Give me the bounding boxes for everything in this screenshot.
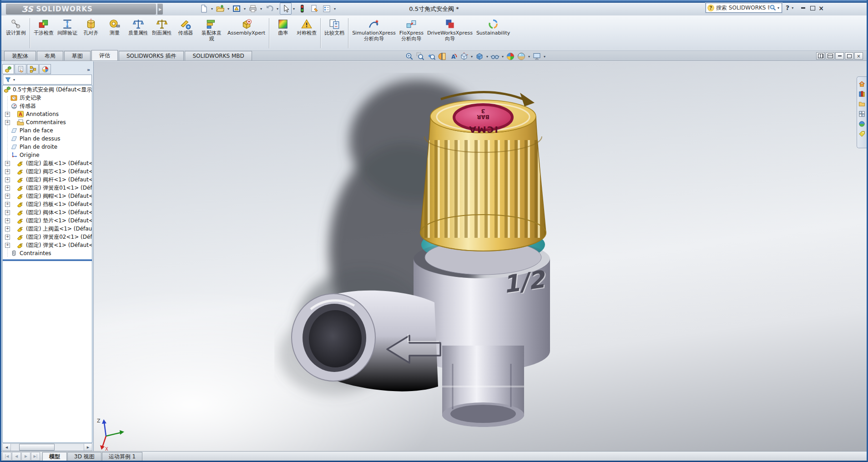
expand-toggle[interactable]: +	[5, 186, 10, 191]
mass-properties-button[interactable]: 质量属性	[126, 17, 150, 50]
view-palette-tab[interactable]	[858, 110, 865, 117]
tab-sketch[interactable]: 草图	[64, 51, 91, 60]
previous-tab-button[interactable]: ◀	[12, 452, 21, 461]
design-study-button[interactable]: 设计算例	[4, 17, 28, 50]
tree-item-part-springseat02[interactable]: + (固定) 弹簧座02<1> (Défa	[3, 233, 92, 241]
tab-solidworks-mbd[interactable]: SOLIDWORKS MBD	[185, 51, 252, 60]
tree-item-plane-right[interactable]: Plan de droite	[3, 143, 92, 151]
previous-view-button[interactable]	[426, 52, 436, 61]
save-dropdown[interactable]: ▾	[244, 7, 246, 11]
tree-item-part-springseat01[interactable]: + (固定) 弹簧座01<1> (Défa	[3, 184, 92, 192]
minimize-button[interactable]	[798, 5, 807, 11]
panel-overflow-button[interactable]: »	[87, 67, 92, 74]
interference-check-button[interactable]: 干涉检查	[32, 17, 56, 50]
help-search-box[interactable]: ? 搜索 SOLIDWORKS 帮助 ▾	[706, 3, 782, 13]
tree-item-sensors[interactable]: 传感器	[3, 102, 92, 110]
solidworks-resources-tab[interactable]	[858, 80, 865, 87]
expand-toggle[interactable]: +	[5, 218, 10, 223]
file-properties-button[interactable]	[308, 3, 320, 15]
scroll-left-button[interactable]: ◀	[3, 444, 11, 451]
expand-toggle[interactable]: +	[5, 120, 10, 125]
view-settings-dropdown[interactable]: ▾	[544, 55, 545, 59]
new-document-dropdown[interactable]: ▾	[211, 7, 213, 11]
tree-item-part-cover[interactable]: + (固定) 盖板<1> (Défaut<<	[3, 159, 92, 167]
tree-item-part-uppercap[interactable]: + (固定) 上阀盖<1> (Défaut	[3, 225, 92, 233]
tab-layout[interactable]: 布局	[37, 51, 63, 60]
open-button[interactable]	[214, 3, 226, 15]
model-tab[interactable]: 模型	[42, 452, 67, 461]
apply-scene-button[interactable]	[516, 52, 526, 61]
tree-item-annotations[interactable]: + A Annotations	[3, 110, 92, 118]
search-input[interactable]: 搜索 SOLIDWORKS 帮助	[716, 4, 769, 12]
rebuild-button[interactable]	[296, 3, 308, 15]
expand-toggle[interactable]: +	[5, 169, 10, 174]
display-style-button[interactable]	[474, 52, 484, 61]
undo-button[interactable]	[263, 3, 275, 15]
tree-item-mates[interactable]: Contraintes	[3, 249, 92, 257]
open-dropdown[interactable]: ▾	[227, 7, 229, 11]
expand-toggle[interactable]: +	[5, 210, 10, 215]
tree-item-comments[interactable]: + Commentaires	[3, 118, 92, 126]
scroll-right-button[interactable]: ▶	[84, 444, 92, 451]
feature-tree[interactable]: 0.5寸角式安全阀 (Défaut<显示 历史记录 传感器 + A Annota…	[2, 85, 92, 443]
dynamic-annotation-views-button[interactable]: A	[448, 52, 458, 61]
assembly-visualization-button[interactable]: 装配体直观	[197, 17, 226, 50]
tree-item-history[interactable]: 历史记录	[3, 94, 92, 102]
close-button[interactable]: ×	[817, 5, 826, 11]
simulationxpress-button[interactable]: SimulationXpress 分析向导	[350, 17, 398, 50]
print-dropdown[interactable]: ▾	[260, 7, 262, 11]
expand-toggle[interactable]: +	[5, 161, 10, 166]
options-dropdown[interactable]: ▾	[334, 7, 336, 11]
undo-dropdown[interactable]: ▾	[277, 7, 278, 11]
document-close-button[interactable]: ×	[854, 52, 863, 60]
floxpress-button[interactable]: FloXpress 分析向导	[398, 17, 425, 50]
display-style-dropdown[interactable]: ▾	[486, 55, 488, 59]
expand-toggle[interactable]: +	[5, 243, 10, 248]
tab-solidworks-addins[interactable]: SOLIDWORKS 插件	[119, 51, 184, 60]
design-library-tab[interactable]	[858, 90, 865, 97]
print-button[interactable]	[247, 3, 259, 15]
custom-properties-tab[interactable]	[858, 131, 865, 137]
apply-scene-dropdown[interactable]: ▾	[528, 55, 530, 59]
tree-item-part-bonnet[interactable]: + (固定) 阀帽<1> (Défaut<<	[3, 192, 92, 200]
select-tool-button[interactable]	[280, 3, 292, 15]
expand-toggle[interactable]: +	[5, 112, 10, 117]
featuremanager-tree-tab[interactable]	[2, 64, 14, 74]
propertymanager-tab[interactable]	[15, 64, 26, 74]
expand-toggle[interactable]: +	[5, 177, 10, 182]
tree-item-origin[interactable]: Origine	[3, 151, 92, 159]
hide-show-items-button[interactable]	[490, 52, 500, 61]
assemblyxpert-button[interactable]: AssemblyXpert	[226, 17, 267, 50]
tree-item-part-core[interactable]: + (固定) 阀芯<1> (Défaut<<	[3, 167, 92, 176]
tree-item-root[interactable]: 0.5寸角式安全阀 (Défaut<显示	[3, 85, 92, 94]
expand-toggle[interactable]: +	[5, 194, 10, 199]
filter-dropdown[interactable]: ▾	[13, 78, 15, 82]
view-orientation-dropdown[interactable]: ▾	[471, 55, 473, 59]
motion-study-tab[interactable]: 运动算例 1	[102, 452, 142, 461]
next-tab-button[interactable]: ▶	[21, 452, 30, 461]
sensors-button[interactable]: 传感器	[174, 17, 197, 50]
search-dropdown[interactable]: ▾	[777, 6, 779, 10]
tree-item-part-stem[interactable]: + (固定) 阀杆<1> (Défaut<<	[3, 176, 92, 184]
document-restore-button[interactable]	[845, 52, 853, 60]
tree-split-bar[interactable]	[3, 259, 92, 261]
section-properties-button[interactable]: 剖面属性	[150, 17, 174, 50]
edit-appearance-button[interactable]	[505, 52, 515, 61]
expand-toggle[interactable]: +	[5, 235, 10, 240]
view-settings-button[interactable]	[532, 52, 542, 61]
hide-show-items-dropdown[interactable]: ▾	[502, 55, 504, 59]
help-button[interactable]: ?▾	[786, 4, 794, 11]
scrollbar-thumb[interactable]	[19, 444, 55, 451]
first-tab-button[interactable]: |◀	[2, 452, 11, 461]
clearance-verification-button[interactable]: 间隙验证	[56, 17, 79, 50]
tree-item-plane-front[interactable]: Plan de face	[3, 126, 92, 135]
graphics-viewport[interactable]: 1/2 1/2 3 BAR ICMA	[1, 61, 867, 452]
select-dropdown[interactable]: ▾	[293, 7, 295, 11]
hole-alignment-button[interactable]: 孔对齐	[79, 17, 103, 50]
compare-documents-button[interactable]: 比较文档	[323, 17, 346, 50]
curvature-button[interactable]: 曲率	[271, 17, 295, 50]
tree-filter-box[interactable]: ▾	[3, 75, 92, 85]
tab-evaluate[interactable]: 评估	[91, 50, 118, 60]
tree-item-plane-top[interactable]: Plan de dessus	[3, 135, 92, 143]
appearances-scenes-tab[interactable]	[858, 121, 865, 127]
